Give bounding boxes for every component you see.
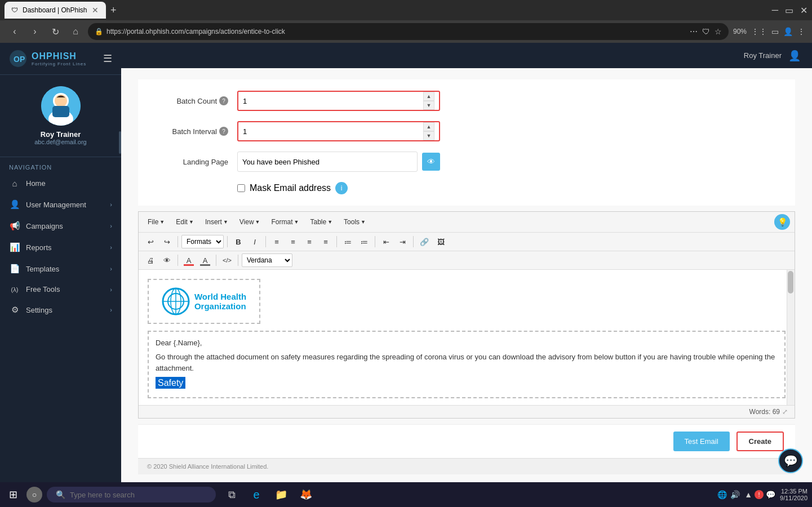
browser-home-button[interactable]: ⌂ [68,24,83,39]
taskbar-app-firefox[interactable]: 🦊 [295,483,317,506]
undo-button[interactable]: ↩ [143,235,158,248]
browser-forward-button[interactable]: › [27,24,43,39]
browser-maximize-button[interactable]: ▭ [785,5,793,16]
browser-close-button[interactable]: ✕ [800,5,807,16]
editor-menu-file[interactable]: File ▼ [143,216,169,228]
batch-interval-input[interactable] [243,127,415,136]
mask-email-info-icon[interactable]: i [335,182,348,194]
ordered-list-button[interactable]: ≔ [357,235,371,248]
italic-button[interactable]: I [247,235,262,248]
unordered-list-button[interactable]: ≔ [340,235,355,248]
taskbar-date: 9/11/2020 [780,495,807,501]
mask-email-label: Mask Email address [250,183,331,193]
batch-count-input[interactable] [243,97,415,105]
editor-scrollbar-thumb[interactable] [788,271,793,293]
mask-email-checkbox[interactable] [237,184,245,192]
batch-interval-decrement-button[interactable]: ▼ [423,131,434,140]
batch-count-decrement-button[interactable]: ▼ [423,101,434,110]
reports-icon: 📊 [9,242,20,252]
font-color-button[interactable]: A [181,254,196,267]
browser-new-tab-button[interactable]: + [110,5,117,16]
highlight-color-button[interactable]: A [198,254,212,267]
editor-menu-format[interactable]: Format ▼ [267,216,304,228]
image-button[interactable]: 🖼 [433,235,448,248]
batch-count-row: Batch Count ? ▲ ▼ [149,91,784,111]
taskbar-search-container[interactable]: 🔍 [47,487,216,502]
editor-menu-view[interactable]: View ▼ [235,216,265,228]
editor-help-button[interactable]: 💡 [774,214,790,230]
sidebar-item-settings[interactable]: ⚙ Settings › [0,299,121,321]
chevron-right-icon: › [110,286,112,293]
formats-dropdown[interactable]: Formats [181,235,224,248]
taskbar-notification-badge[interactable]: ! [755,490,764,499]
sidebar-item-user-management-label: User Management [26,201,86,209]
source-code-button[interactable]: </> [220,254,234,267]
bold-button[interactable]: B [231,235,246,248]
editor-scrollbar[interactable] [787,270,795,405]
editor-menu-table[interactable]: Table ▼ [305,216,337,228]
taskbar-app-task-view[interactable]: ⧉ [220,483,243,506]
link-button[interactable]: 🔗 [417,235,432,248]
sidebar-logo: OP OHPHISH Fortifying Front Lines [9,50,86,68]
outdent-button[interactable]: ⇤ [379,235,393,248]
taskbar-notification-area: ▲ ! 💬 [744,490,775,499]
landing-page-select[interactable]: You have been Phished [237,152,418,172]
editor-menu-insert[interactable]: Insert ▼ [201,216,233,228]
taskbar-apps: ⧉ e 📁 🦊 [220,483,317,506]
batch-interval-help-icon[interactable]: ? [219,127,228,136]
taskbar-search-input[interactable] [70,491,205,499]
align-left-button[interactable]: ≡ [269,235,284,248]
taskbar: ⊞ ○ 🔍 ⧉ e 📁 🦊 🌐 🔊 ▲ ! 💬 12:35 PM [0,482,812,507]
indent-button[interactable]: ⇥ [395,235,410,248]
landing-page-preview-button[interactable]: 👁 [422,153,440,171]
browser-tab-close[interactable]: ✕ [92,6,99,15]
user-profile-icon[interactable]: 👤 [788,50,801,62]
editor-menu-edit[interactable]: Edit ▼ [171,216,198,228]
browser-tab[interactable]: 🛡 Dashboard | OhPhish ✕ [5,2,106,19]
browser-back-button[interactable]: ‹ [7,24,23,39]
cortana-button[interactable]: ○ [24,484,45,505]
align-center-button[interactable]: ≡ [286,235,300,248]
sidebar-item-user-management[interactable]: 👤 User Management › [0,194,121,215]
align-justify-button[interactable]: ≡ [318,235,333,248]
test-email-button[interactable]: Test Email [673,432,730,451]
font-family-dropdown[interactable]: Verdana [242,254,292,267]
redo-button[interactable]: ↪ [159,235,174,248]
batch-count-increment-button[interactable]: ▲ [423,92,434,101]
sidebar-item-free-tools[interactable]: (λ) Free Tools › [0,279,121,299]
taskbar-app-edge[interactable]: e [245,483,268,506]
main-content: Roy Trainer 👤 Batch Count ? ▲ ▼ [121,43,812,482]
batch-count-help-icon[interactable]: ? [219,96,228,105]
sidebar-item-reports-label: Reports [26,243,52,252]
print-button[interactable]: 🖨 [143,254,158,267]
email-content-area[interactable]: Dear {.Name}, Go through the attached do… [148,331,786,398]
preview-button[interactable]: 👁 [159,254,174,267]
sidebar-item-reports[interactable]: 📊 Reports › [0,237,121,258]
browser-url-bar[interactable]: 🔒 https://portal.ohphish.com/campaigns/a… [88,23,729,40]
batch-interval-row: Batch Interval ? ▲ ▼ [149,121,784,141]
editor-menu-tools[interactable]: Tools ▼ [339,216,370,228]
create-button[interactable]: Create [736,432,784,451]
browser-zoom: 90% [733,28,747,35]
top-bar: Roy Trainer 👤 [121,43,812,68]
align-right-button[interactable]: ≡ [302,235,317,248]
taskbar-clock: 12:35 PM 9/11/2020 [780,488,807,501]
email-greeting: Dear {.Name}, [156,339,778,347]
browser-minimize-button[interactable]: ─ [772,5,778,15]
toolbar-separator-3 [265,236,266,247]
chevron-right-icon: › [110,306,112,313]
sidebar-scrollbar[interactable] [119,131,121,154]
sidebar-item-templates[interactable]: 📄 Templates › [0,258,121,279]
sidebar-item-home-label: Home [26,179,46,188]
sidebar-logo-text: OHPHISH Fortifying Front Lines [32,51,86,66]
start-button[interactable]: ⊞ [5,486,22,503]
taskbar-app-explorer[interactable]: 📁 [270,483,292,506]
editor-body[interactable]: World Health Organization Dear {.Name}, … [139,270,795,405]
sidebar-item-campaigns[interactable]: 📢 Campaigns › [0,215,121,237]
chat-support-button[interactable]: 💬 [778,448,803,473]
browser-refresh-button[interactable]: ↻ [47,24,63,39]
batch-interval-increment-button[interactable]: ▲ [423,122,434,131]
sidebar-item-home[interactable]: ⌂ Home [0,173,121,194]
hamburger-menu-button[interactable]: ☰ [103,52,112,65]
free-tools-icon: (λ) [9,286,20,293]
